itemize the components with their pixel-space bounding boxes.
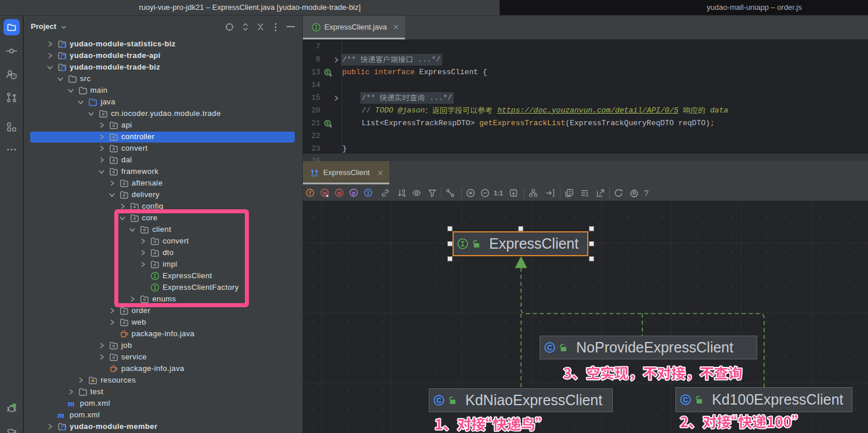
svg-text:f: f [309, 190, 312, 197]
svg-text:p: p [352, 190, 356, 197]
svg-text:I: I [367, 190, 370, 197]
svg-text:C: C [436, 396, 442, 405]
svg-text:m: m [323, 190, 327, 197]
svg-text:m: m [338, 190, 341, 197]
svg-text:C: C [683, 396, 688, 404]
svg-text:C: C [547, 344, 552, 352]
svg-text:?: ? [12, 74, 15, 79]
